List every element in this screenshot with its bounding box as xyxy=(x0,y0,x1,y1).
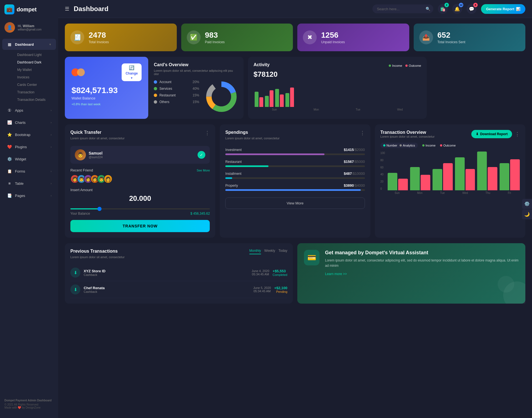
sidebar-item-charts[interactable]: 📈 Charts › xyxy=(2,117,56,128)
chevron-right-icon: › xyxy=(51,145,52,148)
unpaid-icon: ✖ xyxy=(303,30,317,44)
stat-card-total-invoices: 🧾 2478 Total Invoices xyxy=(65,24,177,51)
toggle-analytics[interactable]: Analytics xyxy=(400,144,415,147)
sidebar-item-widget[interactable]: ⚙️ Widget xyxy=(2,153,56,165)
outcome-legend-dot xyxy=(440,144,442,147)
chevron-right-icon: › xyxy=(51,182,52,185)
amount-slider[interactable] xyxy=(70,208,210,209)
sub-item-dashboard-light[interactable]: Dashboard Light xyxy=(13,51,56,58)
tx-type-1: Cashback xyxy=(84,273,248,276)
donut-chart xyxy=(205,80,238,113)
balance-row: Your Balance $ 456,345.62 xyxy=(70,212,210,216)
total-invoices-label: Total Invoices xyxy=(89,40,109,44)
theme-float-button[interactable]: 🌙 xyxy=(522,209,532,219)
tx-name-2: Chef Renata xyxy=(84,286,250,290)
plugins-icon: ❤️ xyxy=(7,144,12,150)
sidebar-item-dashboard[interactable]: ▦ Dashboard ▼ xyxy=(2,39,56,50)
quick-transfer-menu[interactable]: ⋮ xyxy=(205,130,210,136)
outcome-legend-item: Outcome xyxy=(440,144,456,147)
see-more-link[interactable]: See More xyxy=(197,169,210,172)
forms-icon: 📋 xyxy=(7,168,12,174)
bootstrap-icon: ⭐ xyxy=(7,132,12,137)
account-dot xyxy=(154,80,157,84)
transaction-overview-card: Transaction Overview Lorem ipsum dolor s… xyxy=(375,124,525,238)
outcome-dot xyxy=(405,65,408,67)
greeting: Hi, William xyxy=(18,24,42,28)
tx-status-1: Completed xyxy=(273,273,287,276)
sub-item-transaction-details[interactable]: Transaction Details xyxy=(13,96,56,103)
sub-item-invoices[interactable]: Invoices xyxy=(13,74,56,81)
transfer-user-handle: @sum224 xyxy=(89,155,103,159)
sub-item-cards-center[interactable]: Cards Center xyxy=(13,81,56,88)
tab-weekly[interactable]: Weekly xyxy=(264,249,275,254)
sidebar-item-bootstrap[interactable]: ⭐ Bootstrap › xyxy=(2,129,56,140)
tx-amount-1: +$5,553 xyxy=(273,269,287,273)
wallet-change: +0.8% than last week xyxy=(71,102,142,106)
income-dot xyxy=(389,65,391,67)
settings-float-button[interactable]: ⚙️ xyxy=(522,199,532,209)
sidebar-item-label: Apps xyxy=(15,108,23,112)
sub-item-my-wallet[interactable]: My Wallet xyxy=(13,66,56,73)
quick-transfer-card: Quick Transfer Lorem ipsum dolor sit ame… xyxy=(65,124,215,238)
view-more-button[interactable]: View More xyxy=(225,198,365,209)
widget-icon: ⚙️ xyxy=(7,156,12,162)
last-row: Previous Transactions Lorem ipsum dolor … xyxy=(65,243,525,304)
logo-text: dompet xyxy=(17,6,37,13)
friend-avatar-6[interactable]: 👩 xyxy=(104,175,112,183)
user-info: Hi, William william@gmail.com xyxy=(18,24,42,31)
change-button[interactable]: 🔄 Change ▼ xyxy=(122,63,142,81)
wallet-label: Wallet Balance xyxy=(71,96,142,100)
sidebar-item-forms[interactable]: 📋 Forms › xyxy=(2,166,56,177)
download-report-button[interactable]: ⬇ Download Report xyxy=(471,130,512,138)
overview-legend: Account 20% Services 40% xyxy=(154,80,199,113)
transfer-now-button[interactable]: TRANSFER NOW xyxy=(70,220,210,232)
sidebar-item-apps[interactable]: ① Apps › xyxy=(2,105,56,116)
chevron-right-icon: › xyxy=(51,170,52,173)
sub-item-transaction[interactable]: Transaction xyxy=(13,89,56,96)
hamburger-button[interactable]: ☰ xyxy=(65,6,69,12)
generate-report-button[interactable]: Generate Report 📊 xyxy=(481,4,525,14)
cart-button[interactable]: 🛍️ 2 xyxy=(438,4,448,14)
search-box: 🔍 xyxy=(372,4,433,13)
sidebar-item-pages[interactable]: 📑 Pages › xyxy=(2,190,56,201)
transfer-amount: 20.000 xyxy=(70,194,210,203)
activity-amount: $78120 xyxy=(254,70,421,79)
chevron-down-icon: ▼ xyxy=(49,43,52,46)
toggle-number[interactable]: Number xyxy=(383,144,397,147)
legend-account: Account 20% xyxy=(154,80,199,84)
va-icon: 💳 xyxy=(304,250,319,265)
quick-transfer-subtitle: Lorem ipsum dolor sit amet, consectetur xyxy=(70,137,125,140)
sidebar-footer: Dompet Payment Admin Dashboard © 2021 Al… xyxy=(0,394,58,414)
va-description: Lorem ipsum dolor sit amet, consectetur … xyxy=(325,258,519,268)
chevron-right-icon: › xyxy=(51,109,52,112)
tab-monthly[interactable]: Monthly xyxy=(249,249,261,254)
notification-button[interactable]: 🔔 12 xyxy=(452,4,462,14)
transaction-item-2: ⬇ Chef Renata Cashback June 5, 2020 05:3… xyxy=(70,281,287,298)
stat-card-sent-invoices: 📤 652 Total Invoices Sent xyxy=(414,24,526,51)
svg-point-4 xyxy=(212,87,231,106)
notification-badge: 12 xyxy=(459,3,463,7)
messages-button[interactable]: 💬 8 xyxy=(467,4,477,14)
tab-today[interactable]: Today xyxy=(278,249,287,254)
legend-others: Others 15% xyxy=(154,100,199,104)
sidebar-item-label: Forms xyxy=(15,169,25,173)
paid-invoices-label: Paid Invoices xyxy=(205,40,225,44)
header: ☰ Dashboard 🔍 🛍️ 2 🔔 12 💬 8 xyxy=(58,0,532,18)
va-learn-more[interactable]: Learn more >> xyxy=(325,272,347,276)
transaction-chart-area: 020406080100 xyxy=(380,152,520,190)
sidebar-item-plugins[interactable]: ❤️ Plugins › xyxy=(2,141,56,152)
spendings-menu[interactable]: ⋮ xyxy=(360,130,365,136)
sub-item-dashboard-dark[interactable]: Dashboard Dark xyxy=(13,59,56,66)
transaction-menu[interactable]: ⋮ xyxy=(515,131,520,137)
tx-amount-2: +$2,100 xyxy=(274,286,287,290)
spendings-subtitle: Lorem ipsum dolor sit amet, consectetur xyxy=(225,137,280,140)
sidebar-item-table[interactable]: ≡ Table › xyxy=(2,178,56,189)
recent-friend-label: Recent Friend xyxy=(70,168,93,172)
legend-services: Services 40% xyxy=(154,87,199,91)
search-input[interactable] xyxy=(377,7,423,11)
sidebar-item-label: Pages xyxy=(15,194,25,198)
cards-overview: Card's Overview Lorem ipsum dolor sit am… xyxy=(148,57,244,119)
user-email: william@gmail.com xyxy=(18,28,42,31)
stat-cards: 🧾 2478 Total Invoices ✅ 983 Paid Invoice… xyxy=(65,24,525,51)
outcome-legend: Outcome xyxy=(405,64,421,67)
